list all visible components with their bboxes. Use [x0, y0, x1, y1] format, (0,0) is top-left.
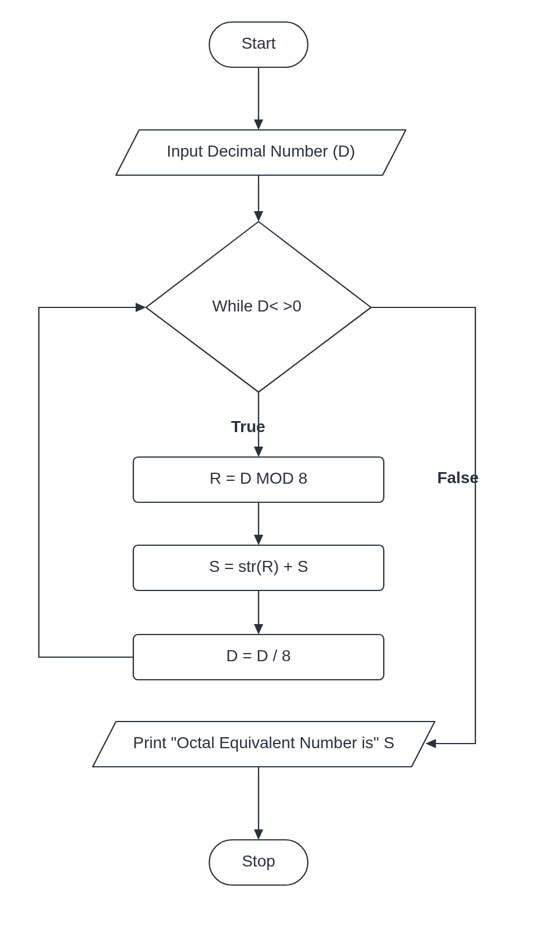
output-label: Print "Octal Equivalent Number is" S — [133, 734, 395, 752]
process1-label: R = D MOD 8 — [210, 469, 308, 487]
true-label: True — [231, 418, 265, 436]
output-node: Print "Octal Equivalent Number is" S — [93, 722, 435, 767]
decision-node: While D< >0 — [146, 222, 371, 392]
process2-node: S = str(R) + S — [133, 545, 384, 590]
input-node: Input Decimal Number (D) — [116, 130, 406, 175]
svg-marker-8 — [254, 447, 263, 457]
edge-p1-p2 — [254, 502, 263, 545]
process1-node: R = D MOD 8 — [133, 457, 384, 502]
stop-node: Stop — [209, 840, 308, 885]
process2-label: S = str(R) + S — [209, 557, 308, 575]
stop-label: Stop — [242, 852, 275, 870]
edge-start-input — [254, 67, 263, 130]
edge-decision-false: False — [371, 307, 479, 748]
svg-marker-11 — [254, 535, 263, 545]
svg-marker-5 — [254, 211, 263, 222]
svg-marker-14 — [254, 624, 263, 635]
svg-marker-2 — [254, 119, 263, 130]
process3-node: D = D / 8 — [133, 635, 384, 680]
flowchart-svg: Start Input Decimal Number (D) While D< … — [0, 0, 560, 928]
edge-output-stop — [254, 767, 263, 840]
start-node: Start — [209, 22, 308, 67]
edge-p2-p3 — [254, 590, 263, 635]
edge-loopback — [39, 303, 146, 657]
process3-label: D = D / 8 — [226, 647, 290, 665]
decision-label: While D< >0 — [212, 297, 301, 315]
svg-marker-16 — [136, 303, 146, 312]
false-label: False — [437, 469, 479, 487]
edge-decision-true: True — [231, 392, 265, 457]
svg-marker-17 — [426, 739, 436, 748]
input-label: Input Decimal Number (D) — [166, 142, 355, 160]
edge-input-decision — [254, 175, 263, 222]
svg-marker-20 — [254, 829, 263, 840]
start-label: Start — [241, 34, 275, 52]
